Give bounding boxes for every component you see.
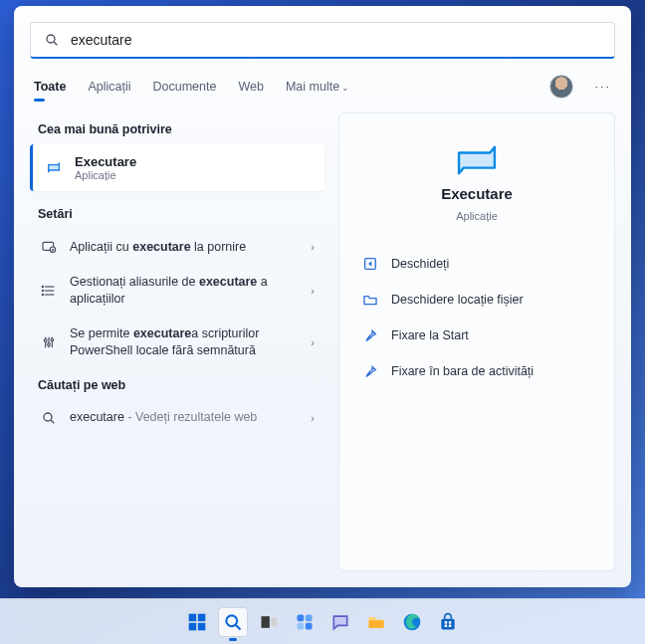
preview-pane: Executare Aplicație Deschideți Deschider… (338, 112, 615, 571)
svg-point-12 (51, 338, 54, 341)
svg-rect-17 (198, 613, 206, 621)
chevron-right-icon: › (311, 241, 315, 253)
best-match-subtitle: Aplicație (75, 169, 136, 181)
svg-point-13 (44, 413, 52, 421)
startup-icon (40, 238, 58, 256)
settings-item-powershell[interactable]: Se permite executarea scripturilor Power… (30, 317, 324, 368)
pin-icon (361, 362, 379, 380)
taskbar (0, 598, 645, 644)
chevron-right-icon: › (311, 412, 315, 424)
tools-icon (40, 333, 58, 351)
chevron-right-icon: › (311, 285, 315, 297)
user-avatar[interactable] (549, 75, 573, 99)
tab-more[interactable]: Mai multe⌄ (286, 80, 349, 94)
run-icon (45, 159, 63, 177)
options-button[interactable]: ··· (595, 80, 611, 94)
svg-rect-19 (198, 622, 206, 630)
tab-documents[interactable]: Documente (153, 80, 217, 94)
section-web: Căutați pe web (30, 368, 324, 400)
settings-item-startup-apps[interactable]: Aplicații cu executare la pornire › (30, 229, 324, 265)
svg-rect-31 (445, 621, 448, 624)
svg-line-21 (236, 624, 241, 629)
preview-subtitle: Aplicație (456, 210, 498, 222)
taskbar-search-button[interactable] (219, 608, 247, 636)
svg-rect-18 (189, 622, 197, 630)
open-icon (361, 255, 379, 273)
section-settings: Setări (30, 197, 324, 229)
svg-point-0 (47, 35, 55, 43)
svg-rect-30 (441, 618, 454, 629)
settings-item-aliases[interactable]: Gestionați aliasurile de executare a apl… (30, 265, 324, 317)
action-open-location[interactable]: Deschidere locație fișier (353, 282, 600, 318)
results-area: Cea mai bună potrivire Executare Aplicaț… (14, 107, 631, 587)
web-result-text: executare - Vedeți rezultatele web (70, 409, 299, 426)
tab-apps[interactable]: Aplicații (88, 80, 130, 94)
svg-point-20 (226, 615, 237, 626)
best-match-item[interactable]: Executare Aplicație (30, 144, 324, 191)
pin-icon (361, 326, 379, 344)
svg-rect-26 (298, 622, 305, 629)
folder-icon (361, 291, 379, 309)
search-flyout: Toate Aplicații Documente Web Mai multe⌄… (14, 6, 631, 587)
search-icon (43, 31, 61, 49)
taskbar-widgets-button[interactable] (291, 608, 319, 636)
filter-tabs: Toate Aplicații Documente Web Mai multe⌄… (14, 63, 631, 107)
taskbar-taskview-button[interactable] (255, 608, 283, 636)
preview-actions: Deschideți Deschidere locație fișier Fix… (353, 246, 600, 389)
web-result-item[interactable]: executare - Vedeți rezultatele web › (30, 400, 324, 436)
run-icon (454, 143, 500, 177)
svg-rect-33 (445, 624, 448, 627)
chevron-down-icon: ⌄ (341, 83, 349, 93)
svg-rect-32 (449, 621, 452, 624)
svg-rect-23 (272, 617, 278, 625)
svg-point-8 (42, 290, 43, 291)
svg-rect-27 (306, 622, 313, 629)
svg-line-14 (51, 420, 54, 423)
search-container (14, 6, 631, 63)
taskbar-explorer-button[interactable] (362, 608, 390, 636)
svg-point-7 (42, 286, 43, 287)
svg-point-11 (48, 342, 51, 345)
svg-rect-22 (262, 616, 270, 628)
chevron-right-icon: › (311, 336, 315, 348)
best-match-title: Executare (75, 154, 136, 169)
settings-item-text: Gestionați aliasurile de executare a apl… (70, 274, 299, 308)
tab-web[interactable]: Web (238, 80, 263, 94)
search-box[interactable] (30, 22, 615, 59)
svg-point-10 (44, 338, 47, 341)
section-best-match: Cea mai bună potrivire (30, 112, 324, 144)
action-label: Fixare la Start (391, 328, 469, 342)
results-list: Cea mai bună potrivire Executare Aplicaț… (30, 112, 324, 571)
list-icon (40, 282, 58, 300)
svg-rect-34 (449, 624, 452, 627)
action-label: Fixare în bara de activități (391, 364, 534, 378)
search-input[interactable] (71, 32, 602, 48)
settings-item-text: Se permite executarea scripturilor Power… (70, 325, 299, 359)
taskbar-chat-button[interactable] (326, 608, 354, 636)
tab-all[interactable]: Toate (34, 80, 66, 94)
svg-rect-28 (369, 620, 384, 628)
svg-point-9 (42, 294, 43, 295)
preview-title: Executare (441, 185, 513, 202)
search-icon (40, 409, 58, 427)
svg-rect-24 (298, 614, 305, 621)
preview-hero: Executare Aplicație (353, 143, 600, 222)
action-label: Deschideți (391, 257, 449, 271)
action-label: Deschidere locație fișier (391, 293, 524, 307)
taskbar-start-button[interactable] (183, 608, 211, 636)
taskbar-edge-button[interactable] (398, 608, 426, 636)
action-open[interactable]: Deschideți (353, 246, 600, 282)
svg-line-1 (54, 42, 57, 45)
svg-rect-16 (189, 613, 197, 621)
svg-rect-25 (306, 614, 313, 621)
taskbar-store-button[interactable] (434, 608, 462, 636)
action-pin-taskbar[interactable]: Fixare în bara de activități (353, 353, 600, 389)
action-pin-start[interactable]: Fixare la Start (353, 318, 600, 353)
settings-item-text: Aplicații cu executare la pornire (70, 239, 299, 256)
